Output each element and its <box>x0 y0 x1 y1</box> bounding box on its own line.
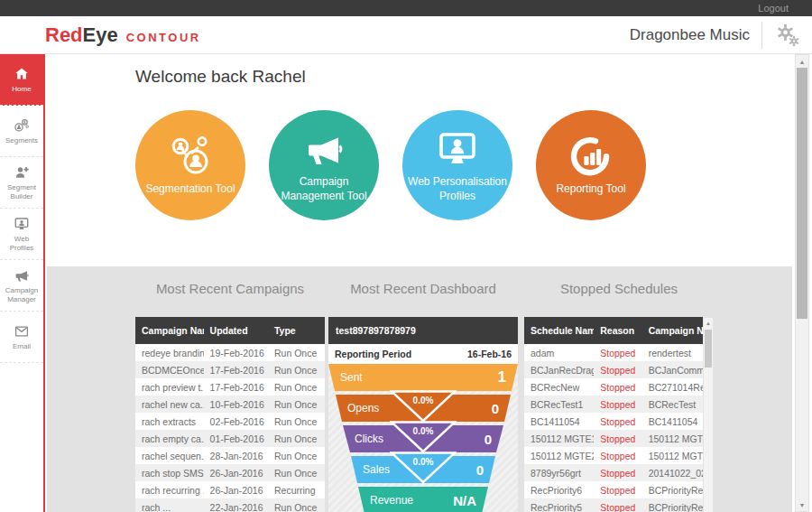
logout-link[interactable]: Logout <box>758 3 789 14</box>
table-cell: rach stop SMS ... <box>135 468 204 479</box>
home-icon <box>14 66 30 82</box>
sidebar-item-home[interactable]: Home <box>0 54 43 106</box>
table-row[interactable]: BCDMCEOnce217-Feb-2016Run Once <box>135 361 325 378</box>
sidebar-item-campaign-manager[interactable]: Campaign Manager <box>0 260 43 312</box>
account-name: Dragonbee Music <box>630 26 750 44</box>
table-row[interactable]: rachel new ca...10-Feb-2016Run Once <box>135 396 325 413</box>
table-row[interactable]: rach preview t...17-Feb-2016Run Once <box>135 378 325 396</box>
table-cell: BC1411054 <box>642 416 703 427</box>
table-row[interactable]: rach empty ca...01-Feb-2016Run Once <box>135 430 325 447</box>
table-cell: 150112 MGT C1 <box>642 433 703 444</box>
table-cell: Run Once <box>268 416 325 427</box>
segmentation-icon <box>169 135 212 178</box>
table-row[interactable]: redeye branding19-Feb-2016Run Once <box>135 344 325 361</box>
table-cell: Stopped <box>594 399 641 410</box>
tool-web-personalisation-profiles[interactable]: Web Personalisation Profiles <box>402 110 512 220</box>
funnel-value: N/A <box>453 493 476 508</box>
table-cell: Run Once <box>268 399 325 410</box>
table-cell: rach extracts <box>135 416 204 427</box>
sidebar-item-web-profiles[interactable]: Web Profiles <box>0 209 43 260</box>
table-row[interactable]: RecPriority5StoppedBCPriorityRec <box>524 498 703 512</box>
stopped-schedules-table: Schedule NameReasonCampaign NameadamStop… <box>524 317 703 512</box>
table-cell: Run Once <box>268 382 325 393</box>
brand-logo[interactable]: RedEye CONTOUR <box>45 23 201 47</box>
funnel-value: 0 <box>492 401 499 416</box>
table-cell: Stopped <box>594 433 641 444</box>
tool-label: Reporting Tool <box>556 182 625 197</box>
table-cell: Stopped <box>594 382 641 393</box>
scroll-up-icon[interactable]: ▲ <box>704 318 713 329</box>
sidebar: HomeSegmentsSegment BuilderWeb ProfilesC… <box>0 54 45 512</box>
funnel-segment-sent: Sent1 <box>328 364 518 391</box>
table-row[interactable]: rachel sequen...28-Jan-2016Run Once <box>135 447 325 464</box>
table-cell: BCJanCommis... <box>642 365 703 376</box>
table-row[interactable]: rach stop SMS ...26-Jan-2016Run Once <box>135 464 325 481</box>
column-header: Reason <box>594 325 641 336</box>
table-cell: Recurring <box>268 485 325 496</box>
segments-icon <box>14 117 30 134</box>
dashboard-panel-header[interactable]: test897897878979 <box>328 317 518 344</box>
table-cell: rachel new ca... <box>135 399 204 410</box>
sidebar-item-label: Email <box>11 342 32 350</box>
svg-text:0.0%: 0.0% <box>413 396 434 405</box>
stopped-table-scrollbar[interactable]: ▲ <box>703 317 714 512</box>
column-header: Campaign Name <box>642 325 703 336</box>
table-cell: Run Once <box>268 365 325 376</box>
table-row[interactable]: BCJanRecDragonStoppedBCJanCommis... <box>524 361 703 378</box>
sidebar-item-segments[interactable]: Segments <box>0 106 43 157</box>
table-cell: rach ... <box>135 502 204 512</box>
table-row[interactable]: 8789yr56grtStopped20141022_02 <box>524 464 703 481</box>
table-header-row: Campaign NameUpdatedType <box>135 317 325 344</box>
header-divider <box>761 22 762 49</box>
table-row[interactable]: BCRecTest1StoppedBCRecTest <box>524 396 703 413</box>
tool-label: Web Personalisation Profiles <box>407 175 508 203</box>
funnel-segment-revenue: RevenueN/A <box>328 487 518 512</box>
table-row[interactable]: rach ...22-Jan-2016Run Once <box>135 498 325 512</box>
table-row[interactable]: 150112 MGTE1Stopped150112 MGT C1 <box>524 430 703 447</box>
sidebar-item-label: Segment Builder <box>0 183 43 200</box>
tools-row: Segmentation ToolCampaign Management Too… <box>135 110 792 220</box>
sidebar-item-label: Home <box>10 85 32 93</box>
table-cell: 10-Feb-2016 <box>204 399 268 410</box>
table-cell: BCPriorityRec <box>642 502 703 512</box>
table-cell: 02-Feb-2016 <box>204 416 268 427</box>
table-cell: BCPriorityRec <box>642 485 703 496</box>
settings-gears-icon[interactable] <box>774 22 801 49</box>
brand-primary-red: Red <box>45 23 83 47</box>
table-row[interactable]: BCRecNewStoppedBC271014Rec <box>524 378 703 396</box>
scroll-up-icon[interactable]: ▲ <box>796 55 808 68</box>
table-cell: Run Once <box>268 468 325 479</box>
scroll-down-icon[interactable]: ▼ <box>796 498 808 511</box>
column-header: Type <box>268 325 325 336</box>
table-row[interactable]: BC1411054StoppedBC1411054 <box>524 413 703 430</box>
sidebar-item-label: Campaign Manager <box>0 286 43 303</box>
app-header: RedEye CONTOUR Dragonbee Music <box>0 16 812 54</box>
tool-label: Campaign Management Tool <box>273 175 374 203</box>
tool-reporting-tool[interactable]: Reporting Tool <box>536 110 646 220</box>
scrollbar-thumb[interactable] <box>797 68 807 319</box>
table-row[interactable]: 150112 MGTE2Stopped150112 MGTC2 <box>524 447 703 464</box>
sidebar-item-segment-builder[interactable]: Segment Builder <box>0 157 43 209</box>
page-scrollbar[interactable]: ▲ ▼ <box>795 54 809 512</box>
sidebar-item-label: Web Profiles <box>0 235 43 251</box>
funnel-label: Revenue <box>370 494 413 507</box>
table-cell: 22-Jan-2016 <box>204 502 268 512</box>
tool-campaign-management-tool[interactable]: Campaign Management Tool <box>269 110 379 220</box>
segment-builder-icon <box>14 164 30 181</box>
table-row[interactable]: rach recurring ...26-Jan-2016Recurring <box>135 481 325 498</box>
table-cell: rendertest <box>642 348 703 358</box>
table-cell: redeye branding <box>135 348 204 358</box>
funnel-value: 1 <box>498 368 506 386</box>
tool-segmentation-tool[interactable]: Segmentation Tool <box>135 110 245 220</box>
megaphone-icon <box>302 127 346 171</box>
funnel-value: 0 <box>476 462 484 478</box>
scrollbar-thumb[interactable] <box>705 330 712 368</box>
reporting-period-value: 16-Feb-16 <box>467 349 512 359</box>
topbar: Logout <box>0 0 812 16</box>
table-row[interactable]: adamStoppedrendertest <box>524 344 703 361</box>
table-cell: 150112 MGTC2 <box>642 451 703 461</box>
table-cell: Run Once <box>268 348 325 358</box>
table-row[interactable]: rach extracts02-Feb-2016Run Once <box>135 413 325 430</box>
table-row[interactable]: RecPriority6StoppedBCPriorityRec <box>524 481 703 498</box>
sidebar-item-email[interactable]: Email <box>0 312 43 363</box>
